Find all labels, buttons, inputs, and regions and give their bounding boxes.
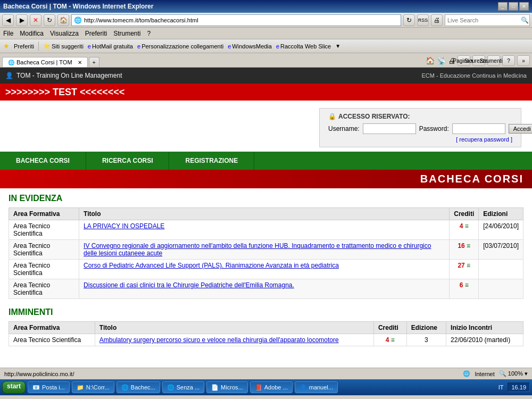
tools-dropdown[interactable]: Strumenti▼ [487,55,500,66]
login-button[interactable]: Accedi [509,124,532,134]
favorites-bar: ★ Preferiti ⭐ Siti suggeriti e HotMail g… [0,39,532,53]
table-row: Area Tecnico Scientifica Corso di Pediat… [9,260,523,279]
titolo-cell[interactable]: Corso di Pediatric Advanced Life Support… [79,260,450,279]
password-input[interactable] [452,123,505,134]
imm-col-inizio: Inizio Incontri [446,322,523,334]
edizioni-cell: [24/06/2010] [479,220,523,240]
home-icon[interactable]: 🏠 [426,56,435,65]
favorites-label[interactable]: Preferiti [14,43,34,49]
site-header-right: ECM - Educazione Continua in Medicina [422,72,527,79]
stop-button[interactable]: ✕ [30,14,41,26]
imm-col-edizione: Edizione [406,322,446,334]
recover-password-link[interactable]: [ recupera password ] [328,136,512,143]
forward-button[interactable]: ▶ [16,14,28,26]
taskbar-item-bachec[interactable]: 🌐 Bachec... [117,381,160,393]
window-title: Bacheca Corsi | TOM - Windows Internet E… [3,3,153,10]
nav-registrazione[interactable]: REGISTRAZIONE [169,152,254,170]
tab-tools: 🏠 📡 🖨 Pagina▼ Sicurezza▼ Strumenti▼ ? » [426,55,530,67]
refresh-button[interactable]: ↻ [44,14,55,26]
imm-col-titolo: Titolo [95,322,373,334]
maximize-button[interactable]: □ [509,2,518,11]
crediti-cell: 6 ≡ [450,279,479,299]
taskbar-item-micros[interactable]: 📄 Micros... [206,381,248,393]
fav-icon-windows-media: e [228,43,231,49]
fav-item-personaliz[interactable]: e Personalizzazione collegamenti [137,43,223,49]
fav-icon-siti: ⭐ [43,43,51,49]
status-left: http://www.policlinico.mo.it/ [4,371,74,377]
address-bar: 🌐 [71,14,401,26]
adobe-icon: 📕 [255,384,262,391]
more-favorites-icon[interactable]: ▼ [335,43,340,49]
taskbar-item-senza[interactable]: 🌐 Senza ... [162,381,204,393]
menu-visualizza[interactable]: Visualizza [50,30,79,37]
taskbar-item-corr[interactable]: 📁 N:\Corr... [72,381,114,393]
micros-icon: 📄 [211,384,219,391]
menu-modifica[interactable]: Modifica [20,30,44,37]
minimize-button[interactable]: _ [498,2,508,11]
research-button[interactable]: » [517,55,530,66]
imm-crediti-cell: 4 ≡ [373,334,406,346]
page-icon: 🌐 [74,16,82,24]
username-input[interactable] [363,123,416,134]
print-button[interactable]: 🖨 [431,14,443,26]
ie-icon-senza: 🌐 [167,384,174,391]
col-crediti: Crediti [450,208,479,220]
fav-item-web-slice[interactable]: e Raccolta Web Slice [276,43,331,49]
help-dropdown[interactable]: ? [502,55,515,66]
favorites-star-icon: ★ [3,42,10,50]
fav-item-siti[interactable]: ⭐ Siti suggeriti [43,43,84,49]
person-icon: 👤 [5,72,13,79]
fav-icon-personaliz: e [137,43,140,49]
status-bar: http://www.policlinico.mo.it/ 🌐 Internet… [0,368,532,379]
home-button[interactable]: 🏠 [57,14,69,26]
status-url: http://www.policlinico.mo.it/ [4,371,74,377]
zoom-control[interactable]: 🔍 100% ▾ [499,370,528,377]
nav-menu: BACHECA CORSI RICERCA CORSI REGISTRAZION… [0,152,532,170]
rss-button[interactable]: RSS [417,14,429,26]
menu-preferiti[interactable]: Preferiti [85,30,107,37]
imm-titolo-cell[interactable]: Ambulatory surgery percorso sicuro e vel… [95,334,373,346]
tab-close-icon[interactable]: ✕ [78,60,82,65]
area-cell: Area Tecnico Scientifica [9,220,79,240]
search-icon[interactable]: 🔍 [521,16,529,24]
imminenti-title: IMMINENTI [9,307,523,317]
in-evidenza-table: Area Formativa Titolo Crediti Edizioni A… [9,207,523,299]
manuel-icon: 👤 [300,384,307,391]
taskbar-item-adobe[interactable]: 📕 Adobe ... [250,381,293,393]
new-tab-button[interactable]: + [89,57,99,67]
login-section: 🔒 ACCESSO RISERVATO: Username: Password:… [319,108,521,147]
address-input[interactable] [84,17,398,23]
taskbar-item-posta[interactable]: 📧 Posta i... [28,381,70,393]
col-edizioni: Edizioni [479,208,523,220]
crediti-cell: 27 ≡ [450,260,479,279]
menu-help[interactable]: ? [147,30,151,37]
menu-file[interactable]: File [3,30,13,37]
menu-strumenti[interactable]: Strumenti [113,30,140,37]
username-label: Username: [328,125,360,132]
close-button[interactable]: ✕ [519,2,529,11]
language-indicator: IT [498,384,504,390]
imm-inizio-cell: 22/06/2010 (martedì) [446,334,523,346]
titolo-cell[interactable]: LA PRIVACY IN OSPEDALE [79,220,450,240]
imm-col-area: Area Formativa [9,322,95,334]
search-input[interactable] [447,17,521,23]
fav-item-windows-media[interactable]: e WindowsMedia [228,43,272,49]
status-right: 🌐 Internet 🔍 100% ▾ [463,370,528,377]
tab-favicon: 🌐 [8,60,14,65]
rss-icon[interactable]: 📡 [437,56,446,65]
crediti-cell: 4 ≡ [450,220,479,240]
imm-col-crediti: Crediti [373,322,406,334]
nav-ricerca[interactable]: RICERCA CORSI [86,152,170,170]
titolo-cell[interactable]: IV Convegno regionale di aggiornamento n… [79,240,450,260]
imminenti-table: Area Formativa Titolo Crediti Edizione I… [9,321,523,346]
taskbar-item-manuel[interactable]: 👤 manuel... [295,381,338,393]
start-button[interactable]: start [2,381,26,394]
fav-item-hotmail[interactable]: e HotMail gratuita [88,43,133,49]
refresh-small-button[interactable]: ↻ [403,14,415,26]
zone-icon: 🌐 [463,370,470,377]
titolo-cell[interactable]: Discussione di casi clinici tra le Chiru… [79,279,450,299]
active-tab[interactable]: 🌐 Bacheca Corsi | TOM ✕ [2,57,88,67]
nav-bacheca[interactable]: BACHECA CORSI [0,152,86,170]
area-cell: Area Tecnico Scientifica [9,260,79,279]
back-button[interactable]: ◀ [2,14,14,26]
